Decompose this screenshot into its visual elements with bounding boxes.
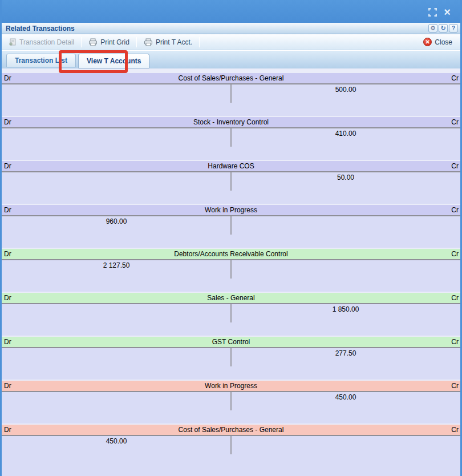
related-transactions-window: × Related Transactions ⚙ ↻ ? Transaction… (0, 0, 462, 476)
maximize-icon[interactable] (427, 7, 437, 17)
t-account-body: 1 850.00 (2, 304, 460, 336)
dr-label: Dr (4, 294, 11, 302)
t-divider (230, 436, 232, 454)
t-account-header: Dr Hardware COS Cr (2, 161, 460, 172)
printer-icon (144, 38, 153, 46)
print-t-acct-button[interactable]: Print T Acct. (140, 37, 196, 48)
tab-view-t-accounts[interactable]: View T Accounts (78, 54, 149, 68)
tab-transaction-list[interactable]: Transaction List (6, 54, 76, 67)
debit-cell: 450.00 (2, 436, 231, 476)
credit-cell: 450.00 (231, 392, 460, 423)
dialog-header-icons: ⚙ ↻ ? (428, 24, 458, 33)
t-account-header: Dr Cost of Sales/Purchases - General Cr (2, 73, 460, 84)
print-grid-button[interactable]: Print Grid (85, 37, 133, 48)
credit-amount: 450.00 (335, 393, 356, 401)
transaction-detail-button: Transaction Detail (5, 37, 78, 48)
toolbar-separator (199, 37, 200, 47)
close-button[interactable]: ✕ Close (420, 36, 456, 48)
t-divider (230, 216, 232, 235)
dr-label: Dr (4, 206, 11, 214)
printer-icon (88, 38, 98, 46)
debit-cell: 2 127.50 (2, 260, 231, 292)
credit-cell: 50.00 (231, 172, 460, 204)
credit-cell (231, 436, 460, 476)
dr-label: Dr (4, 118, 11, 126)
t-account: Dr Work in Progress Cr 960.00 (2, 205, 460, 248)
credit-cell (231, 216, 460, 248)
account-name: GST Control (2, 338, 460, 346)
cr-label: Cr (451, 338, 459, 346)
t-account-header: Dr GST Control Cr (2, 337, 460, 348)
t-account-body: 960.00 (2, 216, 460, 248)
titlebar-icons: × (427, 7, 452, 17)
cr-label: Cr (451, 250, 459, 258)
cr-label: Cr (451, 74, 459, 82)
credit-cell (231, 260, 460, 292)
t-account-body: 2 127.50 (2, 260, 460, 292)
t-account-body: 500.00 (2, 84, 460, 116)
dr-label: Dr (4, 426, 11, 434)
refresh-icon[interactable]: ↻ (439, 24, 448, 33)
dialog-title: Related Transactions (6, 25, 75, 33)
t-account-body: 450.00 (2, 392, 460, 423)
account-name: Work in Progress (2, 382, 460, 390)
close-icon: ✕ (423, 38, 432, 46)
credit-cell: 410.00 (231, 128, 460, 160)
window-close-icon[interactable]: × (442, 7, 452, 17)
t-account-header: Dr Work in Progress Cr (2, 381, 460, 392)
print-t-acct-label: Print T Acct. (156, 38, 192, 46)
t-divider (230, 128, 232, 147)
t-account-header: Dr Cost of Sales/Purchases - General Cr (2, 425, 460, 436)
t-divider (230, 84, 232, 103)
account-name: Sales - General (2, 294, 460, 302)
transaction-detail-icon (9, 38, 17, 46)
t-accounts-panel: Dr Cost of Sales/Purchases - General Cr … (2, 68, 460, 476)
credit-amount: 410.00 (335, 130, 356, 138)
debit-amount: 960.00 (106, 217, 127, 225)
t-account-header: Dr Sales - General Cr (2, 293, 460, 304)
debit-amount: 450.00 (106, 437, 127, 445)
transaction-detail-label: Transaction Detail (19, 38, 74, 46)
dr-label: Dr (4, 338, 11, 346)
credit-amount: 1 850.00 (333, 305, 359, 313)
toolbar-separator (81, 37, 82, 47)
t-divider (230, 260, 232, 279)
window-titlebar: × (2, 0, 460, 23)
account-name: Stock - Inventory Control (2, 118, 460, 126)
credit-amount: 50.00 (337, 174, 354, 181)
debit-amount: 2 127.50 (103, 261, 130, 269)
dr-label: Dr (4, 250, 11, 258)
cr-label: Cr (451, 162, 459, 170)
t-account-header: Dr Stock - Inventory Control Cr (2, 117, 460, 128)
t-account-header: Dr Debtors/Accounts Receivable Control C… (2, 249, 460, 260)
account-name: Debtors/Accounts Receivable Control (2, 250, 460, 258)
toolbar-separator (136, 37, 137, 47)
t-account-header: Dr Work in Progress Cr (2, 205, 460, 216)
dr-label: Dr (4, 382, 11, 390)
credit-amount: 500.00 (335, 86, 356, 94)
t-divider (230, 392, 232, 410)
t-account: Dr Cost of Sales/Purchases - General Cr … (2, 73, 460, 116)
dr-label: Dr (4, 162, 11, 170)
t-account-body: 50.00 (2, 172, 460, 204)
t-account: Dr GST Control Cr 277.50 (2, 337, 460, 380)
debit-cell: 960.00 (2, 216, 231, 248)
settings-icon[interactable]: ⚙ (428, 24, 437, 33)
t-account: Dr Hardware COS Cr 50.00 (2, 161, 460, 204)
debit-cell (2, 392, 231, 423)
debit-cell (2, 84, 231, 116)
account-name: Work in Progress (2, 206, 460, 214)
debit-cell (2, 172, 231, 204)
account-name: Hardware COS (2, 162, 460, 170)
t-divider (230, 172, 232, 191)
print-grid-label: Print Grid (100, 38, 129, 46)
close-label: Close (435, 38, 452, 46)
help-icon[interactable]: ? (449, 24, 458, 33)
t-account-body: 410.00 (2, 128, 460, 160)
dialog-header: Related Transactions ⚙ ↻ ? (2, 23, 460, 34)
t-account-body: 277.50 (2, 348, 460, 380)
toolbar: Transaction Detail Print Grid (2, 34, 460, 50)
t-divider (230, 348, 232, 366)
t-account: Dr Debtors/Accounts Receivable Control C… (2, 249, 460, 292)
t-account-body: 450.00 (2, 436, 460, 476)
